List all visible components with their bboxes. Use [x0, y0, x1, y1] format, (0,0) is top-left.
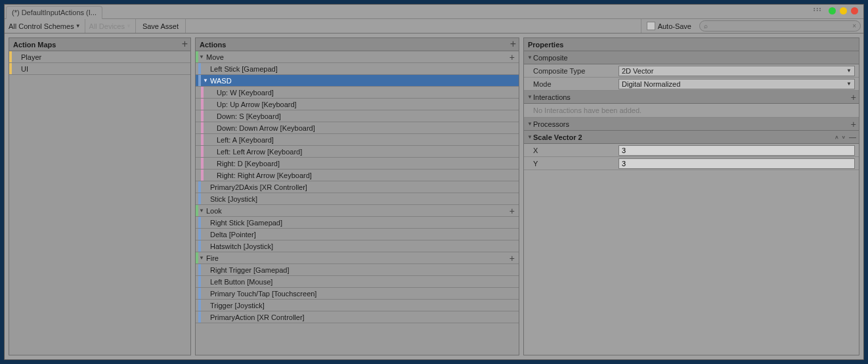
chevron-down-icon: ▼ — [846, 68, 852, 74]
binding-label: Up: Up Arrow [Keyboard] — [215, 101, 297, 108]
editor-window: (*) DefaultInputActions (I... • • •• • •… — [4, 4, 864, 360]
binding-item[interactable]: Right: D [Keyboard] — [196, 158, 519, 170]
expand-icon: ▼ — [527, 121, 533, 127]
move-down-icon[interactable]: v — [842, 134, 845, 140]
action-label: Fire — [205, 254, 219, 262]
expand-icon: ▼ — [527, 55, 533, 60]
interactions-section-header[interactable]: ▼ Interactions + — [524, 91, 859, 104]
auto-save-checkbox[interactable] — [647, 22, 655, 30]
action-maps-list: Player UI — [9, 51, 190, 355]
binding-label: WASD — [209, 77, 232, 85]
binding-item[interactable]: Stick [Joystick] — [196, 193, 519, 205]
binding-label: Stick [Joystick] — [209, 195, 257, 203]
control-schemes-label: All Control Schemes — [9, 22, 74, 30]
processor-controls: ʌ v — — [835, 133, 856, 141]
clear-search-icon[interactable]: × — [852, 22, 856, 30]
binding-label: Right Stick [Gamepad] — [209, 219, 282, 227]
mode-row: Mode Digital Normalized ▼ — [524, 78, 859, 91]
action-item-fire[interactable]: ▼ Fire + — [196, 252, 519, 264]
binding-label: PrimaryAction [XR Controller] — [209, 313, 305, 321]
binding-item[interactable]: Left: A [Keyboard] — [196, 134, 519, 146]
scale-vector-header[interactable]: ▼ Scale Vector 2 ʌ v — — [524, 131, 859, 144]
binding-label: Down: S [Keyboard] — [215, 112, 281, 120]
main-body: Action Maps + Player UI Actions + — [5, 34, 863, 359]
chevron-down-icon: ▼ — [126, 23, 131, 29]
binding-label: Primary2DAxis [XR Controller] — [209, 183, 307, 191]
auto-save-label: Auto-Save — [658, 22, 691, 30]
y-input[interactable] — [618, 158, 855, 169]
remove-processor-button[interactable]: — — [849, 133, 856, 141]
binding-item-wasd[interactable]: ▼ WASD — [196, 75, 519, 87]
map-label: UI — [12, 65, 28, 73]
maximize-button[interactable] — [840, 7, 847, 14]
binding-item[interactable]: Left Button [Mouse] — [196, 276, 519, 288]
binding-label: Trigger [Joystick] — [209, 302, 265, 309]
actions-panel: Actions + ▼ Move + Left Stick [Gamepad] — [195, 37, 519, 355]
expand-icon[interactable]: ▼ — [202, 78, 209, 83]
composite-type-label: Composite Type — [533, 67, 618, 75]
actions-header: Actions + — [196, 38, 519, 51]
composite-type-value: 2D Vector — [622, 67, 653, 75]
binding-label: Left Button [Mouse] — [209, 278, 272, 286]
binding-item[interactable]: PrimaryAction [XR Controller] — [196, 311, 519, 323]
kebab-menu-icon[interactable]: • • •• • • — [814, 7, 823, 11]
binding-item[interactable]: Delta [Pointer] — [196, 229, 519, 240]
x-input[interactable] — [618, 145, 855, 156]
binding-item[interactable]: Primary2DAxis [XR Controller] — [196, 181, 519, 193]
composite-section-header[interactable]: ▼ Composite — [524, 51, 859, 64]
actions-title: Actions — [200, 41, 226, 49]
binding-item[interactable]: Right Stick [Gamepad] — [196, 217, 519, 229]
expand-icon: ▼ — [527, 134, 533, 140]
control-schemes-dropdown[interactable]: All Control Schemes ▼ — [5, 19, 85, 33]
minimize-button[interactable] — [829, 7, 836, 14]
action-maps-header: Action Maps + — [9, 38, 190, 51]
window-tab[interactable]: (*) DefaultInputActions (I... — [6, 6, 102, 19]
add-binding-button[interactable]: + — [510, 254, 515, 263]
binding-item[interactable]: Hatswitch [Joystick] — [196, 240, 519, 252]
add-interaction-button[interactable]: + — [851, 93, 856, 102]
chevron-down-icon: ▼ — [846, 81, 852, 87]
binding-item[interactable]: Up: Up Arrow [Keyboard] — [196, 99, 519, 110]
action-item-look[interactable]: ▼ Look + — [196, 205, 519, 217]
binding-item[interactable]: Trigger [Joystick] — [196, 300, 519, 311]
action-label: Look — [205, 207, 222, 215]
close-button[interactable] — [851, 7, 858, 14]
binding-item[interactable]: Up: W [Keyboard] — [196, 87, 519, 99]
action-label: Move — [205, 53, 224, 61]
add-processor-button[interactable]: + — [851, 120, 856, 129]
binding-item[interactable]: Left: Left Arrow [Keyboard] — [196, 146, 519, 158]
properties-panel: Properties ▼ Composite Composite Type 2D… — [523, 37, 859, 355]
binding-item[interactable]: Right Trigger [Gamepad] — [196, 264, 519, 276]
action-map-item-player[interactable]: Player — [9, 51, 190, 63]
processors-section-header[interactable]: ▼ Processors + — [524, 118, 859, 131]
save-asset-button[interactable]: Save Asset — [136, 19, 186, 33]
composite-type-dropdown[interactable]: 2D Vector ▼ — [618, 66, 855, 76]
search-input[interactable]: ⌕ × — [699, 20, 861, 32]
binding-item[interactable]: Down: Down Arrow [Keyboard] — [196, 122, 519, 134]
binding-label: Left Stick [Gamepad] — [209, 65, 278, 73]
auto-save-toggle[interactable]: Auto-Save — [641, 19, 697, 33]
action-map-item-ui[interactable]: UI — [9, 63, 190, 75]
add-action-button[interactable]: + — [510, 39, 516, 49]
add-binding-button[interactable]: + — [510, 53, 515, 62]
window-controls — [829, 7, 858, 14]
expand-icon[interactable]: ▼ — [198, 208, 205, 214]
section-label: Interactions — [533, 93, 571, 101]
title-bar: (*) DefaultInputActions (I... • • •• • • — [5, 5, 863, 19]
mode-dropdown[interactable]: Digital Normalized ▼ — [618, 79, 855, 89]
expand-icon[interactable]: ▼ — [198, 255, 205, 261]
binding-label: Down: Down Arrow [Keyboard] — [215, 124, 315, 132]
add-binding-button[interactable]: + — [510, 206, 515, 216]
map-label: Player — [12, 53, 41, 61]
binding-item[interactable]: Down: S [Keyboard] — [196, 110, 519, 122]
expand-icon[interactable]: ▼ — [198, 54, 205, 60]
move-up-icon[interactable]: ʌ — [835, 134, 838, 140]
binding-item[interactable]: Primary Touch/Tap [Touchscreen] — [196, 288, 519, 300]
action-item-move[interactable]: ▼ Move + — [196, 51, 519, 63]
action-maps-panel: Action Maps + Player UI — [9, 37, 191, 355]
binding-item[interactable]: Left Stick [Gamepad] — [196, 63, 519, 75]
chevron-down-icon: ▼ — [76, 23, 81, 29]
add-action-map-button[interactable]: + — [182, 39, 188, 49]
devices-dropdown[interactable]: All Devices ▼ — [85, 19, 136, 33]
binding-item[interactable]: Right: Right Arrow [Keyboard] — [196, 170, 519, 181]
